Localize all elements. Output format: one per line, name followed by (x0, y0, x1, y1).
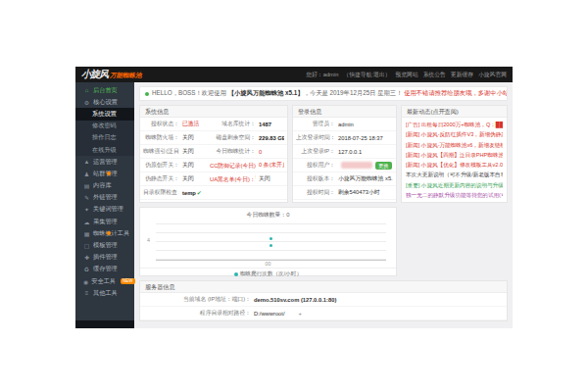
status-dot-icon (145, 92, 149, 96)
info-value: 0 条(未开启) (259, 162, 284, 168)
info-label: 磁盘剩余空间： (216, 134, 256, 140)
info-label: 当前域名 (IP地址：端口)： (143, 295, 251, 304)
table-row: 伪静态开关： 关闭 UA黑名单(今日)：NEW 关闭 (140, 172, 287, 186)
sidebar-item[interactable]: ▢ 模板管理 (75, 239, 134, 251)
sidebar-item[interactable]: ☁ 采集管理 (75, 216, 134, 227)
news-link[interactable]: [重要] 小旋风近期更新内容的说明与升级设置方法 (406, 180, 503, 190)
table-row: 管理员： admin (293, 118, 396, 131)
panel-title: 系统信息 (140, 106, 287, 118)
sidebar-item-label: 修改密码 (92, 122, 117, 130)
sidebar-item[interactable]: ✦ 关键词管理 (75, 204, 134, 216)
panel-title: 最新动态(点开查阅) (402, 106, 507, 118)
info-label: 程序目录相对路径： (143, 309, 251, 318)
sidebar-item-label: 模板管理 (93, 241, 118, 250)
info-value: temp (182, 190, 196, 196)
sidebar-item-label: 站群管理 (93, 170, 118, 178)
table-row: 上次登录IP： 127.0.0.1 (293, 145, 396, 159)
sidebar-item[interactable]: ▲ 运营管理 (75, 156, 134, 168)
news-link[interactable]: [新闻] 小旋风【四期】泛目录PHP蜘蛛池工具v6(可修改密码后台) (406, 150, 503, 160)
info-value: 关闭 (182, 134, 194, 140)
news-link[interactable]: 独一无二的静默升级功能等待您的试用(可提升效率大大的) (406, 190, 503, 200)
news-list: [广告] 出租每日2000万+蜘蛛池，Q：██████ 可测试！ [新闻] 小旋… (402, 118, 507, 202)
system-info-panel: 系统信息 授权状态： 已激活 域名库统计： 1487 (139, 105, 288, 203)
sidebar-item-badge: NEW (121, 278, 135, 284)
check-icon: ✔ (197, 190, 202, 196)
sidebar-item[interactable]: ▤ 内容库 (75, 180, 134, 192)
info-label: 管理员： (296, 120, 335, 128)
legend-label: 蜘蛛爬行次数（次/小时） (240, 269, 302, 279)
news-link[interactable]: [新闻] 小旋风-反防红插件V3，新增伪静态防劫持，拦截恶意下载 (406, 129, 503, 139)
sidebar-item-icon: ▦ (83, 230, 90, 237)
sidebar-item[interactable]: ♻ 缓存管理 (75, 264, 134, 275)
sidebar-footer-block (75, 320, 134, 328)
info-value: 关闭 (182, 175, 194, 181)
sidebar-item[interactable]: 系统设置 (75, 108, 134, 120)
sidebar-item[interactable]: ♟ 站群管理 (75, 168, 134, 179)
sidebar-item-label: 操作日志 (92, 133, 117, 142)
header-nav-link[interactable]: 系统公告 (423, 71, 446, 79)
header-nav-link[interactable]: 小旋风官网 (478, 71, 507, 79)
info-value: 2018-07-25 18:37 (335, 135, 383, 141)
info-label: 授权时间： (296, 188, 335, 197)
header-nav-link[interactable]: 您好：admin (306, 71, 338, 79)
sidebar-item-label: 运营管理 (93, 158, 118, 167)
login-info-table: 管理员： admin 上次登录时间： 2018-07-25 18:37 (293, 118, 396, 200)
news-link[interactable]: 本次大更新说明（可不升级/新老版本自动兼容小旋风的内部格式） (406, 170, 503, 179)
sidebar-item[interactable]: ⌂ 后台首页 (75, 84, 134, 96)
sidebar-item-icon: ✚ (83, 254, 90, 261)
sidebar-item[interactable]: ✚ 插件管理 (75, 252, 134, 264)
info-label: 授权状态： (143, 120, 179, 128)
server-info-table: 当前域名 (IP地址：端口)： demo.510sv.com (127.0.0.… (140, 293, 507, 320)
expand-path-button[interactable]: + (299, 311, 302, 317)
data-point (270, 244, 272, 247)
info-label: CC防御记录(今日)： (210, 162, 256, 168)
legend-dot-icon (234, 272, 238, 276)
sidebar-item-label: 采集管理 (93, 218, 118, 226)
info-value: demo.510sv.com (127.0.0.1:80) (251, 297, 336, 303)
news-link[interactable]: [广告] 出租每日2000万+蜘蛛池，Q：██████ 可测试！ (406, 120, 503, 129)
sidebar-item[interactable]: ⚙ 核心设置 (75, 96, 134, 108)
info-value: 0 (259, 149, 262, 155)
top-header-bar: 小旋风 万能蜘蛛池 您好：admin （快捷导航:退出） 预览网站 系统公告 更… (75, 67, 513, 82)
sidebar-item[interactable]: 修改密码 (75, 121, 134, 132)
news-link[interactable]: [新闻] 小旋风-万能蜘蛛池x6，新增友链模块，伪静态IP繁殖 (406, 140, 503, 150)
info-label: 今日蜘蛛统计： (216, 148, 256, 154)
chart-legend[interactable]: 蜘蛛爬行次数（次/小时） (140, 268, 396, 279)
table-row: 蜘蛛防火墙： 关闭 磁盘剩余空间： 229.83 GB (140, 131, 287, 145)
info-value: 1487 (259, 122, 271, 127)
sidebar-item[interactable]: 操作日志 (75, 132, 134, 144)
sidebar-item[interactable]: ✎ 外链管理 (75, 192, 134, 204)
sidebar-item[interactable]: ▦ 蜘蛛统计工具 (75, 227, 134, 239)
info-label: 伪静态开关： (143, 174, 179, 183)
change-auth-button[interactable]: 更换 (375, 162, 392, 170)
sidebar-nav: ⌂ 后台首页 ⚙ 核心设置 系统设置 修 (75, 82, 134, 328)
news-link[interactable]: [新闻] 小旋风【优化】修改模板工具v2.0(支持Cookie) (406, 160, 503, 170)
sidebar-item-label: 系统设置 (92, 110, 117, 119)
sidebar-item[interactable]: ≡ 其他工具 (75, 287, 134, 299)
app-logo[interactable]: 小旋风 万能蜘蛛池 (81, 68, 142, 81)
info-value: 已激活 (182, 121, 199, 126)
sidebar-item-icon: ⌂ (83, 87, 90, 93)
main-content: HELLO，BOSS！欢迎使用 【小旋风万能蜘蛛池 x5.1】，今天是 2019… (134, 82, 513, 328)
sidebar-item-label: 安全工具 (91, 277, 116, 286)
sidebar-item[interactable]: ◉ 安全工具 NEW (75, 275, 134, 287)
table-row: 目录权限检查： temp✔ (140, 186, 287, 200)
sidebar-item-label: 核心设置 (93, 98, 118, 107)
info-label: 目录权限检查： (143, 188, 179, 197)
sidebar-item-label: 关键词管理 (93, 205, 123, 214)
info-label: 蜘蛛防火墙： (143, 133, 179, 142)
panel-title: 登录信息 (293, 106, 396, 118)
sidebar-item-icon: ▲ (83, 159, 90, 165)
table-row: 程序目录相对路径： D:/wwwroot/ + (140, 307, 507, 320)
header-nav-link[interactable]: 更新缓存 (451, 71, 473, 79)
chart-plot-area: 4 (156, 223, 386, 261)
system-info-table: 授权状态： 已激活 域名库统计： 1487 蜘蛛防火墙： 关闭 磁盘剩余空间： … (140, 118, 287, 200)
info-label: 域名库统计： (221, 121, 256, 126)
header-nav-link[interactable]: 预览网站 (395, 71, 417, 79)
sidebar-item[interactable]: 在线升级 (75, 144, 134, 156)
sidebar-item-label: 后台首页 (93, 86, 118, 95)
info-value: 剩余540473小时 (335, 188, 380, 197)
info-value: 小旋风万能蜘蛛池 x5.1 (335, 174, 393, 183)
table-row: 授权版本： 小旋风万能蜘蛛池 x5.1 (293, 172, 396, 186)
header-nav-link[interactable]: （快捷导航:退出） (343, 71, 390, 79)
